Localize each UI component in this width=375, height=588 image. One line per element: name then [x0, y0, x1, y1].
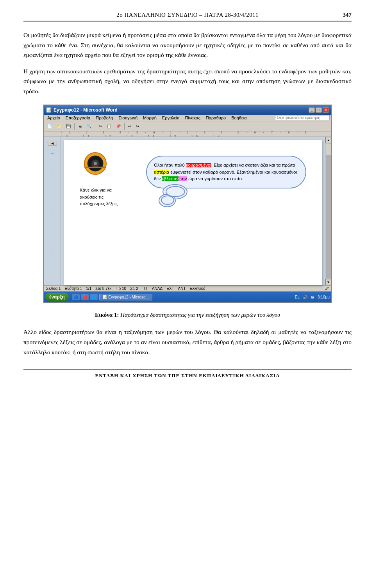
word-taskbar: έναρξη 🔵 🔴 🌐 📝 Εγγραφο12 - Microso... EL… [44, 291, 331, 302]
taskbar-time: 3:10μμ [318, 295, 330, 299]
page-header: 2ο ΠΑΝΕΛΛΗΝΙΟ ΣΥΝΕΔΡΙΟ – ΠΑΤΡΑ 28-30/4/2… [23, 12, 352, 21]
speaker-label: Κάνε κλικ για ναακούσεις τιςπολύχρωμες λ… [80, 187, 138, 207]
word-toolbar: 📄 📁 💾 🖨 🔍 ✂ 📋 📌 ↩ ↪ [44, 121, 331, 131]
toolbar-open[interactable]: 📁 [55, 123, 63, 129]
menu-format[interactable]: Μορφή [141, 115, 159, 121]
cloud-word-the: την [179, 176, 187, 181]
speaker-column: Κάνε κλικ για ναακούσεις τιςπολύχρωμες λ… [80, 152, 138, 207]
scroll-up-button[interactable]: ▲ [325, 137, 332, 143]
word-statusbar: Σελίδα 1 Ενότητα 1 1/1 Στο 8,7εκ. Γρ 10 … [44, 285, 331, 291]
taskbar-right: EL 🔊 🖥 3:10μμ [295, 295, 330, 299]
page-container: 2ο ΠΑΝΕΛΛΗΝΙΟ ΣΥΝΕΔΡΙΟ – ΠΑΤΡΑ 28-30/4/2… [0, 0, 375, 588]
cloud-column: Όλοι ήταν πολύ κουρασμένοι. Είχε αρχίσει… [146, 152, 306, 207]
status-ext: ΕΧΤ [166, 286, 174, 291]
menu-file[interactable]: Αρχείο [45, 115, 62, 121]
toolbar-preview[interactable]: 🔍 [85, 123, 93, 129]
taskbar-network-icon: 🖥 [311, 295, 314, 299]
status-line: Γρ 10 [116, 286, 126, 291]
paragraph-3: Άλλο είδος δραστηριοτήτων θα είναι η ταξ… [23, 327, 352, 357]
word-titlebar: 📝 Εγγραφο12 - Microsoft Word _ □ ✕ [44, 105, 331, 115]
menu-view[interactable]: Προβολή [94, 115, 115, 121]
toolbar-copy[interactable]: 📋 [105, 123, 113, 129]
search-box [275, 115, 330, 121]
status-pages: 1/1 [86, 286, 91, 291]
status-icon: 🖊 [325, 286, 329, 291]
word-window: 📝 Εγγραφο12 - Microsoft Word _ □ ✕ Αρχεί… [43, 105, 332, 303]
taskbar-quick-launch: 🔵 🔴 🌐 [72, 294, 98, 300]
footer-text: ΕΝΤΑΞΗ ΚΑΙ ΧΡΗΣΗ ΤΩΝ ΤΠΕ ΣΤΗΝ ΕΚΠΑΙΔΕΥΤΙ… [95, 373, 280, 378]
word-left-margin: ◀ | | | | | | [44, 137, 61, 285]
cloud-word-saw: έβλεπαν [162, 176, 179, 181]
cloud-wrapper: Όλοι ήταν πολύ κουρασμένοι. Είχε αρχίσει… [146, 156, 306, 188]
window-controls: _ □ ✕ [309, 107, 329, 113]
cloud-bump-2 [161, 195, 174, 205]
toolbar-paste[interactable]: 📌 [114, 123, 123, 129]
toolbar-separator-1 [74, 123, 75, 130]
taskbar-volume-icon: 🔊 [303, 295, 307, 299]
taskbar-icon-1[interactable]: 🔵 [72, 294, 80, 300]
scroll-track [326, 144, 331, 279]
paragraph-1: Οι μαθητές θα διαβάζουν μικρά κείμενα ή … [23, 30, 352, 60]
taskbar-icon-2[interactable]: 🔴 [81, 294, 89, 300]
start-button[interactable]: έναρξη [45, 293, 69, 301]
toolbar-save[interactable]: 💾 [64, 123, 73, 129]
toolbar-separator-3 [124, 123, 125, 130]
cloud-text-4: ώρα να γυρίσουν στο σπίτι. [187, 176, 243, 181]
status-page: Σελίδα 1 [46, 286, 61, 291]
svg-point-3 [94, 162, 97, 165]
word-page-layout: Κάνε κλικ για ναακούσεις τιςπολύχρωμες λ… [80, 152, 306, 207]
status-position: Στο 8,7εκ. [95, 286, 112, 291]
taskbar-lang: EL [295, 295, 300, 299]
status-rr: ΓΓ [144, 286, 148, 291]
svg-rect-4 [84, 167, 106, 168]
cloud-word-tired: κουρασμένοι [186, 163, 211, 167]
maximize-button[interactable]: □ [316, 107, 322, 113]
speaker-icon [80, 152, 111, 183]
figure-caption: Εικόνα 1: Παράδειγμα δραστηριότητας για … [23, 312, 352, 318]
cloud-text-2: . Είχε αρχίσει να σκοτεινιάζει και τα πρ… [211, 163, 295, 167]
menu-edit[interactable]: Επεξεργασία [64, 115, 92, 121]
header-title: 2ο ΠΑΝΕΛΛΗΝΙΟ ΣΥΝΕΔΡΙΟ – ΠΑΤΡΑ 28-30/4/2… [39, 12, 336, 18]
page-footer: ΕΝΤΑΞΗ ΚΑΙ ΧΡΗΣΗ ΤΩΝ ΤΠΕ ΣΤΗΝ ΕΚΠΑΙΔΕΥΤΙ… [23, 369, 352, 379]
status-col: Στ. 2 [130, 286, 138, 291]
cloud-word-stars: αστέρια [154, 170, 169, 174]
paragraph-2: Η χρήση των οπτικοακουστικών ερεθισμάτων… [23, 66, 352, 96]
minimize-button[interactable]: _ [309, 107, 315, 113]
menu-table[interactable]: Πίνακας [183, 115, 202, 121]
search-input[interactable] [275, 115, 330, 120]
toolbar-print[interactable]: 🖨 [76, 123, 84, 129]
close-button[interactable]: ✕ [323, 107, 329, 113]
word-title: Εγγραφο12 - Microsoft Word [54, 107, 118, 113]
status-section: Ενότητα 1 [65, 286, 82, 291]
status-lang: Ελληνικά [190, 286, 205, 291]
cloud-text-box: Όλοι ήταν πολύ κουρασμένοι. Είχε αρχίσει… [146, 156, 306, 188]
word-scrollbar: ▲ ▼ [325, 137, 331, 285]
toolbar-undo[interactable]: ↩ [126, 123, 133, 129]
toolbar-separator-2 [95, 123, 95, 130]
menu-tools[interactable]: Εργαλεία [160, 115, 182, 121]
taskbar-icon-3[interactable]: 🌐 [90, 294, 98, 300]
toolbar-cut[interactable]: ✂ [97, 123, 104, 129]
word-body: ◀ | | | | | | [44, 137, 331, 285]
word-page: Κάνε κλικ για ναακούσεις τιςπολύχρωμες λ… [64, 140, 322, 285]
taskbar-word-item[interactable]: 📝 Εγγραφο12 - Microso... [99, 294, 152, 300]
scroll-thumb[interactable] [326, 144, 331, 155]
menu-help[interactable]: Βοήθεια [229, 115, 248, 121]
word-ruler: · 1 · 2 · 3 · 4 · 5 · 6 · 1 · 2 · 3 · 4 … [44, 131, 331, 137]
menu-insert[interactable]: Εισαγωγή [116, 115, 139, 121]
word-menubar: Αρχείο Επεξεργασία Προβολή Εισαγωγή Μορφ… [44, 115, 331, 121]
margin-btn-1[interactable]: ◀ [48, 141, 57, 146]
toolbar-redo[interactable]: ↪ [134, 123, 141, 129]
scroll-down-button[interactable]: ▼ [325, 279, 332, 285]
status-ant: ΑΝΤ [178, 286, 186, 291]
toolbar-new[interactable]: 📄 [45, 123, 54, 129]
menu-window[interactable]: Παράθυρο [204, 115, 228, 121]
page-number: 347 [336, 12, 352, 18]
status-track: ΑΝΑΔ [152, 286, 162, 291]
cloud-text-before: Όλοι ήταν πολύ [154, 163, 186, 167]
